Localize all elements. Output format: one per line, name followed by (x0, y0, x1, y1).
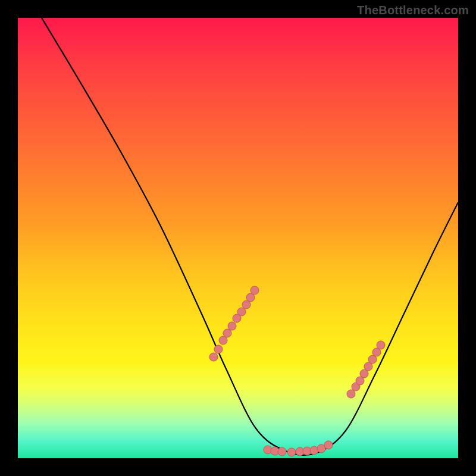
data-marker (347, 390, 355, 398)
data-marker (214, 345, 223, 353)
data-marker (324, 441, 333, 449)
data-marker (278, 447, 286, 456)
data-marker (237, 308, 246, 316)
chart-frame: TheBottleneck.com (0, 0, 476, 476)
data-marker (250, 286, 259, 295)
data-marker (287, 448, 296, 456)
plot-area (18, 18, 458, 458)
bottleneck-curve (42, 18, 458, 455)
data-marker (228, 322, 236, 330)
bottleneck-curve-svg (18, 18, 458, 458)
data-marker (209, 353, 218, 361)
data-marker (223, 329, 231, 337)
data-marker (377, 341, 385, 349)
marker-group (209, 286, 385, 456)
watermark-text: TheBottleneck.com (357, 4, 469, 17)
